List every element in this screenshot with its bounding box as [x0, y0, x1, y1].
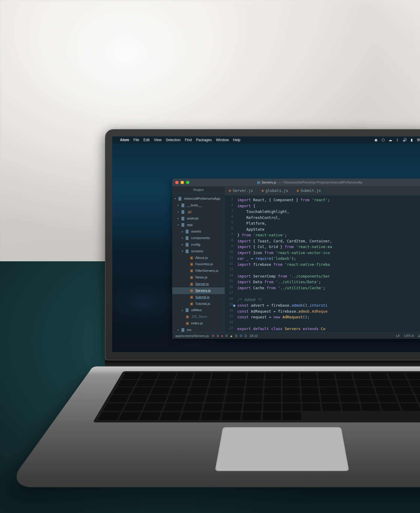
- tree-item-label: .DS_Store: [191, 314, 207, 320]
- chevron-icon: ▸: [182, 308, 184, 313]
- menubar-edit[interactable]: Edit: [143, 138, 150, 142]
- minimize-button[interactable]: [181, 181, 184, 184]
- file-tree-file[interactable]: ▣.DS_Store: [172, 314, 225, 320]
- wifi-icon[interactable]: ⧘: [395, 138, 400, 142]
- lint-summary[interactable]: ⊘0 ●9 ▲0 ⊙0: [212, 334, 247, 338]
- tab-server-js[interactable]: ▣ Server.js: [225, 186, 257, 195]
- file-icon: ▣: [190, 261, 194, 268]
- file-icon: ▤: [257, 181, 260, 184]
- maximize-button[interactable]: [186, 181, 189, 184]
- file-icon: ▣: [190, 268, 194, 274]
- tree-item-label: index.js: [191, 320, 203, 327]
- file-tree-file[interactable]: ▣index.js: [172, 320, 225, 327]
- js-file-icon: ▣: [262, 189, 264, 193]
- chevron-icon: ▸: [178, 216, 180, 221]
- folder-icon: ▇: [178, 196, 182, 202]
- tree-item-label: assets: [191, 228, 201, 235]
- file-tree-file[interactable]: ▣FilterServers.js: [172, 268, 225, 274]
- code-area[interactable]: 123456789101112131415161718192021222324 …: [225, 195, 420, 332]
- cloud-icon[interactable]: ☁: [388, 138, 392, 142]
- menubar-selection[interactable]: Selection: [166, 138, 181, 142]
- menubar-packages[interactable]: Packages: [196, 138, 212, 142]
- battery-percent: 99%: [417, 138, 420, 142]
- menubar-file[interactable]: File: [134, 138, 139, 142]
- close-button[interactable]: [175, 181, 178, 184]
- file-tree-file[interactable]: ▣News.js: [172, 274, 225, 281]
- tree-item-label: config: [191, 241, 200, 248]
- tree-item-label: utilities: [191, 307, 202, 314]
- tab-submit-js[interactable]: ▣ Submit.js: [292, 186, 325, 195]
- file-tree-file[interactable]: ▣Server.js: [172, 281, 225, 287]
- folder-icon: ▇: [182, 209, 185, 215]
- window-controls: [175, 181, 189, 184]
- laptop-lid: Atom File Edit View Selection Find Packa…: [105, 129, 420, 360]
- file-tree-file[interactable]: ▣About.js: [172, 255, 225, 261]
- chevron-icon: ▸: [178, 209, 180, 214]
- window-titlebar[interactable]: ▤ Servers.js — ~/Documents/Personal-Proj…: [172, 178, 420, 186]
- file-tree-folder[interactable]: ▸▇config: [172, 241, 225, 248]
- file-tree-folder[interactable]: ▾▇minecraftPeServersApp: [172, 196, 225, 202]
- chevron-icon: ▸: [178, 203, 180, 208]
- file-tree-folder[interactable]: ▾▇screens: [172, 248, 225, 255]
- file-tree-folder[interactable]: ▸▇__tests__: [172, 202, 225, 209]
- folder-icon: ▇: [182, 215, 185, 222]
- record-icon: ●: [221, 334, 223, 338]
- dropbox-icon[interactable]: ⬡: [381, 138, 385, 142]
- file-tree-folder[interactable]: ▸▇utilities: [172, 307, 225, 314]
- battery-icon[interactable]: ▮: [410, 138, 414, 142]
- tree-item-label: app: [187, 222, 193, 228]
- code-lines[interactable]: import React, { Component } from 'react'…: [236, 195, 420, 332]
- file-tree-folder[interactable]: ▾▇app: [172, 222, 225, 228]
- volume-icon[interactable]: 🔊: [403, 138, 407, 142]
- chevron-icon: ▾: [182, 249, 184, 254]
- status-file-path[interactable]: app/screens/Servers.js: [175, 334, 209, 338]
- tree-item-label: About.js: [195, 255, 208, 261]
- error-icon: ⊘: [212, 334, 214, 338]
- encoding[interactable]: UTF-8: [404, 334, 414, 338]
- folder-icon: ▇: [186, 228, 190, 235]
- line-gutter: 123456789101112131415161718192021222324: [225, 195, 236, 332]
- file-tree-folder[interactable]: ▸▇android: [172, 215, 225, 222]
- menubar-window[interactable]: Window: [216, 138, 229, 142]
- tree-item-label: News.js: [195, 274, 207, 281]
- macos-menubar: Atom File Edit View Selection Find Packa…: [112, 136, 420, 144]
- menubar-view[interactable]: View: [154, 138, 162, 142]
- file-tree-folder[interactable]: ▸▇ios: [172, 327, 225, 332]
- folder-icon: ▇: [182, 222, 185, 228]
- file-tree-file[interactable]: ▣Submit.js: [172, 294, 225, 301]
- file-tree-folder[interactable]: ▸▇assets: [172, 228, 225, 235]
- chevron-icon: ▾: [178, 223, 180, 228]
- chevron-icon: ▾: [175, 196, 177, 201]
- file-tree-file[interactable]: ▣Servers.js: [172, 287, 225, 294]
- lint-info: 0: [245, 334, 247, 338]
- warning-icon: ▲: [230, 334, 233, 338]
- language-mode[interactable]: Java: [418, 334, 420, 338]
- menubar-help[interactable]: Help: [233, 138, 241, 142]
- chevron-icon: ▸: [178, 327, 180, 332]
- file-tree-file[interactable]: ▣Favorites.js: [172, 261, 225, 268]
- lint-warnings: 0: [236, 334, 237, 338]
- tree-item-label: Submit.js: [195, 294, 209, 301]
- tree-item-label: FilterServers.js: [195, 268, 218, 274]
- tree-item-label: Tutorial.js: [195, 301, 210, 307]
- file-icon: ▣: [186, 320, 190, 327]
- cursor-position[interactable]: 18:12: [250, 334, 258, 338]
- chevron-icon: ▸: [182, 229, 184, 234]
- line-ending[interactable]: LF: [396, 334, 400, 338]
- file-icon: ▣: [190, 255, 194, 261]
- menubar-app-name[interactable]: Atom: [120, 138, 129, 142]
- tree-item-label: screens: [191, 248, 203, 255]
- titlebar-filename: Servers.js: [262, 181, 276, 184]
- lint-rec: 9: [226, 334, 227, 338]
- menubar-find[interactable]: Find: [185, 138, 192, 142]
- camera-icon[interactable]: ◉: [374, 138, 378, 142]
- editor-pane: ▣ Server.js ▣ globals.js ▣ Submit.js: [225, 186, 420, 332]
- tree-item-label: ios: [187, 327, 191, 332]
- tab-globals-js[interactable]: ▣ globals.js: [257, 186, 292, 195]
- file-icon: ▣: [190, 294, 194, 301]
- file-tree-file[interactable]: ▣Tutorial.js: [172, 301, 225, 307]
- file-tree-folder[interactable]: ▸▇.git: [172, 209, 225, 215]
- tree-item-label: components: [191, 235, 210, 241]
- folder-icon: ▇: [186, 241, 190, 248]
- file-tree-folder[interactable]: ▸▇components: [172, 235, 225, 241]
